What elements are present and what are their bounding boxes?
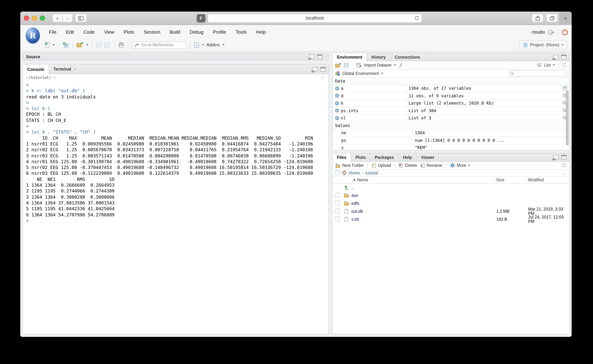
environment-row[interactable]: psnum [1:1364] 0 0 0 0 0 0 0 0 0 0 ... [333, 137, 569, 144]
menu-code[interactable]: Code [79, 25, 100, 39]
expand-object-icon[interactable]: ▶ [335, 109, 339, 113]
close-window-button[interactable] [24, 16, 29, 21]
pane-layout-icon[interactable] [194, 42, 199, 48]
tab-help[interactable]: Help [399, 153, 417, 161]
file-link[interactable]: s.lst [351, 217, 494, 221]
tab-history[interactable]: History [367, 53, 391, 61]
file-row[interactable]: s.lst183 BJul 24, 2017, 12:03 PM [333, 215, 569, 223]
column-header-modified[interactable]: Modified [526, 176, 569, 183]
environment-scope-dropdown[interactable]: Global Environment [342, 71, 379, 75]
menu-help[interactable]: Help [251, 25, 271, 39]
breadcrumb-home-link[interactable]: Home [349, 171, 360, 175]
import-dataset-button[interactable]: Import Dataset [364, 63, 391, 67]
column-header-name[interactable]: Name [351, 176, 494, 183]
sign-out-icon[interactable] [548, 29, 555, 35]
new-file-dropdown[interactable] [53, 44, 55, 46]
forward-button[interactable]: › [62, 14, 73, 22]
menu-profile[interactable]: Profile [208, 25, 231, 39]
environment-scrollbar[interactable] [566, 91, 569, 145]
file-checkbox[interactable] [335, 193, 340, 198]
reload-icon[interactable] [414, 15, 419, 20]
breadcrumb-more-button[interactable]: ... [563, 171, 567, 175]
print-icon[interactable] [118, 42, 124, 48]
console-output[interactable]: >> k <- ldb( "out.db" )read data on 3 in… [23, 80, 329, 226]
new-folder-button[interactable]: New Folder [335, 163, 364, 168]
menu-build[interactable]: Build [165, 25, 185, 39]
load-workspace-icon[interactable] [335, 63, 341, 67]
import-dataset-icon[interactable] [356, 63, 361, 67]
environment-maximize-icon[interactable] [561, 55, 566, 59]
menu-view[interactable]: View [100, 25, 119, 39]
file-row[interactable]: edfs [333, 199, 569, 207]
menu-edit[interactable]: Edit [61, 25, 79, 39]
environment-scope-caret[interactable] [381, 72, 383, 74]
tab-packages[interactable]: Packages [370, 153, 399, 161]
file-link[interactable]: .. [351, 185, 494, 189]
file-link[interactable]: aux [351, 193, 494, 197]
home-icon[interactable] [342, 170, 347, 175]
source-pane-header[interactable]: Source [22, 53, 329, 60]
tab-overview-button[interactable] [546, 14, 558, 22]
new-file-icon[interactable] [44, 42, 50, 48]
refresh-environment-icon[interactable] [562, 63, 567, 68]
tab-viewer[interactable]: Viewer [417, 153, 439, 161]
environment-row[interactable]: ▶slList of 3 [333, 115, 569, 122]
rename-file-button[interactable]: Rename [420, 163, 442, 168]
select-all-checkbox[interactable] [335, 170, 340, 175]
tab-terminal[interactable]: Terminal ✕ [49, 65, 81, 74]
share-button[interactable] [532, 14, 543, 22]
back-button[interactable]: ‹ [52, 14, 63, 22]
refresh-files-icon[interactable] [562, 163, 567, 168]
save-workspace-icon[interactable] [344, 63, 348, 67]
tab-environment[interactable]: Environment [333, 53, 367, 61]
column-header-size[interactable]: Size [494, 176, 526, 183]
quit-session-icon[interactable] [562, 29, 568, 35]
environment-search-input[interactable] [508, 70, 567, 76]
breadcrumb-current-link[interactable]: tutorial [366, 171, 378, 175]
goto-directory-icon[interactable]: ↪ [53, 75, 56, 79]
save-all-icon[interactable] [104, 42, 111, 48]
site-favicon-button[interactable]: F [197, 14, 205, 22]
tab-plots[interactable]: Plots [351, 153, 370, 161]
new-tab-button[interactable]: + [559, 12, 572, 25]
menu-tools[interactable]: Tools [231, 25, 251, 39]
zoom-window-button[interactable] [40, 16, 45, 21]
environment-row[interactable]: ▶ps.intsList of 384 [333, 107, 569, 115]
console-minimize-icon[interactable] [312, 67, 318, 72]
file-checkbox[interactable] [335, 217, 340, 221]
file-link[interactable]: out.db [351, 209, 494, 213]
menu-plots[interactable]: Plots [119, 25, 139, 39]
file-row[interactable]: out.db1.2 MBMar 21, 2019, 3:33 PM [333, 207, 569, 215]
terminal-close-icon[interactable]: ✕ [73, 67, 76, 71]
environment-row[interactable]: s"REM" [333, 144, 569, 150]
source-maximize-icon[interactable] [317, 54, 322, 59]
file-checkbox[interactable] [335, 201, 340, 206]
list-view-dropdown[interactable] [553, 65, 555, 66]
view-data-icon[interactable] [562, 86, 567, 91]
files-minimize-icon[interactable] [553, 155, 559, 160]
expand-object-icon[interactable]: ▶ [335, 116, 339, 120]
files-maximize-icon[interactable] [561, 155, 566, 160]
tab-connections[interactable]: Connections [391, 53, 425, 61]
addins-dropdown[interactable] [222, 44, 224, 46]
console-maximize-icon[interactable] [320, 67, 326, 72]
addins-button[interactable]: Addins [207, 42, 220, 47]
tab-console[interactable]: Console [23, 65, 49, 74]
menu-debug[interactable]: Debug [185, 25, 208, 39]
source-restore-icon[interactable] [309, 54, 314, 59]
environment-row[interactable]: ▶d11 obs. of 9 variables [333, 92, 569, 100]
file-row[interactable]: aux [333, 191, 569, 199]
pane-layout-dropdown[interactable] [202, 44, 204, 46]
more-file-actions-button[interactable]: More [450, 163, 470, 168]
file-checkbox[interactable] [335, 209, 340, 214]
sidebar-toggle-button[interactable] [75, 14, 87, 22]
tab-files[interactable]: Files [333, 153, 351, 162]
new-project-icon[interactable]: R [62, 42, 69, 48]
save-icon[interactable] [96, 42, 101, 48]
address-bar[interactable]: localhost [207, 13, 422, 23]
environment-row[interactable]: ne1364 [333, 129, 569, 137]
open-file-icon[interactable] [76, 42, 84, 48]
expand-object-icon[interactable]: ▶ [335, 101, 339, 105]
expand-object-icon[interactable]: ▶ [335, 86, 339, 91]
environment-row[interactable]: ▶kLarge list (2 elements, 1020.8 Kb) [333, 100, 569, 107]
